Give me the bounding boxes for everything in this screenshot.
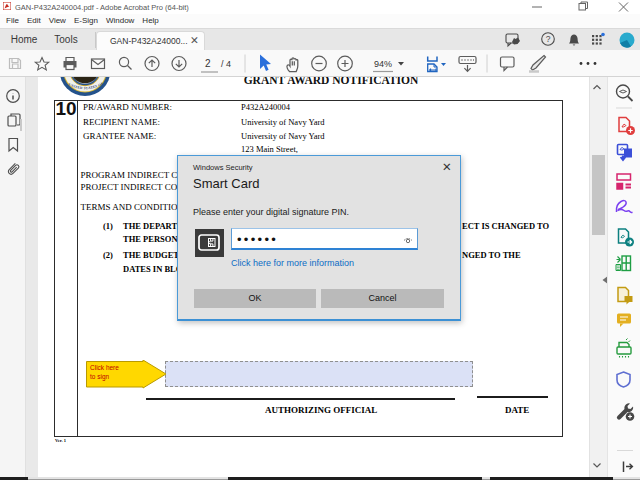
svg-text:Click here: Click here xyxy=(90,364,119,371)
svg-text:/ 4: / 4 xyxy=(221,59,231,69)
svg-text:to sign: to sign xyxy=(90,373,110,381)
svg-text:?: ? xyxy=(546,34,551,44)
svg-text:2: 2 xyxy=(205,58,211,69)
svg-text:94%: 94% xyxy=(374,59,392,69)
